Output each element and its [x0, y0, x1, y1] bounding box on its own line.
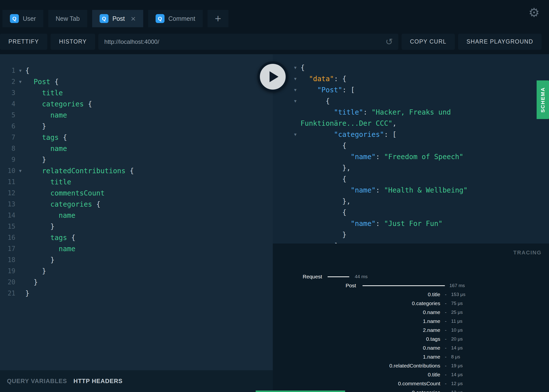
- trace-value: 153 μs: [451, 292, 549, 297]
- fold-arrow-icon[interactable]: ▾: [15, 65, 25, 76]
- execute-query-button[interactable]: [257, 61, 288, 92]
- fold-gutter: [15, 87, 25, 98]
- trace-row: 0.tags-20 μs: [273, 335, 549, 343]
- fold-arrow-icon[interactable]: ▾: [15, 165, 25, 176]
- query-lines: 1▾{2▾ Post {3 title4 categories {5 name6…: [0, 54, 273, 299]
- fold-gutter: [15, 221, 25, 232]
- tracing-panel: TRACING Request44 msPost167 ms0.title-15…: [273, 244, 549, 392]
- line-number: 1: [0, 65, 15, 76]
- fold-gutter: [15, 188, 25, 199]
- line-number: 20: [0, 277, 15, 288]
- tab-post[interactable]: QPost×: [92, 10, 143, 27]
- trace-label: Post: [273, 283, 356, 289]
- code-text: }: [25, 277, 273, 288]
- code-line: 10▾ relatedContributions {: [0, 165, 273, 176]
- trace-row: 0.name-25 μs: [273, 308, 549, 317]
- fold-arrow-icon[interactable]: ▾: [273, 129, 301, 140]
- trace-value: 13 μs: [451, 390, 549, 392]
- trace-dash: -: [440, 390, 451, 392]
- trace-dash: -: [440, 310, 451, 315]
- trace-label: Request: [273, 274, 322, 280]
- code-line: {: [273, 173, 549, 185]
- trace-row: 0.title-14 μs: [273, 370, 549, 379]
- trace-value: 8 μs: [451, 354, 549, 360]
- code-line: },: [273, 162, 549, 173]
- fold-arrow-icon[interactable]: ▾: [15, 76, 25, 87]
- settings-gear-icon[interactable]: ⚙: [528, 6, 540, 19]
- trace-label: 2.name: [273, 327, 440, 333]
- trace-row: Post167 ms: [273, 281, 549, 290]
- trace-row: Request44 ms: [273, 272, 549, 281]
- code-text: {: [25, 65, 273, 76]
- query-badge: Q: [10, 14, 19, 23]
- code-text: Post {: [25, 76, 273, 87]
- code-line: 2▾ Post {: [0, 76, 273, 87]
- code-text: name: [25, 210, 273, 221]
- line-number: 5: [0, 110, 15, 121]
- trace-value: 12 μs: [451, 381, 549, 386]
- tab-comment[interactable]: QComment: [148, 10, 203, 27]
- play-icon: [270, 71, 278, 82]
- code-line: {: [273, 207, 549, 218]
- line-number: 10: [0, 165, 15, 176]
- reload-schema-icon[interactable]: ↺: [385, 37, 393, 46]
- line-number: 12: [0, 188, 15, 199]
- fold-arrow-icon[interactable]: ▾: [273, 96, 301, 107]
- code-text: title: [25, 176, 273, 188]
- code-text: commentsCount: [25, 188, 273, 199]
- close-icon[interactable]: ×: [131, 14, 136, 23]
- line-number: 2: [0, 76, 15, 87]
- code-text: {: [301, 62, 549, 73]
- endpoint-url-input[interactable]: [98, 34, 398, 50]
- line-number: 7: [0, 132, 15, 143]
- code-line: ▾ {: [273, 96, 549, 107]
- code-line: 3 title: [0, 87, 273, 98]
- code-line: 5 name: [0, 110, 273, 121]
- query-editor[interactable]: 1▾{2▾ Post {3 title4 categories {5 name6…: [0, 54, 273, 370]
- schema-side-tab[interactable]: SCHEMA: [537, 80, 549, 119]
- share-playground-button[interactable]: SHARE PLAYGROUND: [458, 34, 542, 50]
- prettify-button[interactable]: PRETTIFY: [0, 34, 47, 50]
- code-line: ▾{: [273, 62, 549, 73]
- trace-dash: -: [440, 336, 451, 342]
- code-text: },: [301, 196, 549, 207]
- trace-dash: -: [440, 372, 451, 378]
- fold-gutter: [15, 176, 25, 188]
- code-line: ▾ "categories": [: [273, 129, 549, 140]
- code-line: 19 }: [0, 266, 273, 277]
- code-line: "title": "Hacker, Freaks und: [273, 107, 549, 118]
- line-number: 6: [0, 121, 15, 132]
- query-variables-tab[interactable]: QUERY VARIABLES: [7, 378, 67, 385]
- tab-bar: QUserNew TabQPost×QComment+: [2, 10, 228, 27]
- code-text: }: [25, 221, 273, 232]
- fold-gutter: [15, 277, 25, 288]
- trace-duration-bar: [328, 276, 349, 277]
- code-text: }: [25, 288, 273, 299]
- trace-row: 1.name-8 μs: [273, 352, 549, 361]
- code-line: 8 name: [0, 143, 273, 154]
- fold-gutter: [273, 151, 301, 162]
- tab-new-tab[interactable]: New Tab: [48, 10, 87, 27]
- trace-dash: -: [440, 301, 451, 306]
- code-text: name: [25, 243, 273, 254]
- trace-row: 0.title-153 μs: [273, 290, 549, 299]
- code-line: 13 categories {: [0, 199, 273, 210]
- http-headers-tab[interactable]: HTTP HEADERS: [74, 378, 123, 385]
- tab-user[interactable]: QUser: [2, 10, 43, 27]
- history-button[interactable]: HISTORY: [51, 34, 95, 50]
- code-text: Funktionäre...Der CCC",: [301, 118, 549, 129]
- code-line: ▾ "data": {: [273, 73, 549, 84]
- code-line: ],: [273, 240, 549, 244]
- fold-gutter: [15, 121, 25, 132]
- add-tab-button[interactable]: +: [208, 10, 228, 27]
- trace-value: 25 μs: [451, 310, 549, 315]
- code-line: 21}: [0, 288, 273, 299]
- trace-value: 11 μs: [451, 318, 549, 324]
- response-lines: ▾{▾ "data": {▾ "Post": [▾ { "title": "Ha…: [273, 54, 549, 244]
- query-badge: Q: [156, 14, 165, 23]
- trace-dash: -: [440, 345, 451, 351]
- copy-curl-button[interactable]: COPY CURL: [402, 34, 455, 50]
- code-text: "data": {: [301, 73, 549, 84]
- fold-gutter: [273, 185, 301, 196]
- code-line: 18 }: [0, 254, 273, 266]
